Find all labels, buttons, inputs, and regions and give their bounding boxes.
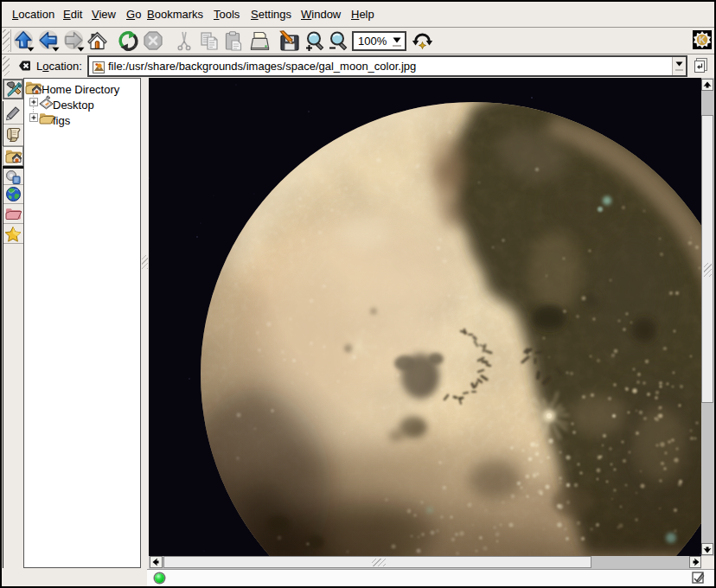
svg-text:K: K xyxy=(699,35,706,45)
